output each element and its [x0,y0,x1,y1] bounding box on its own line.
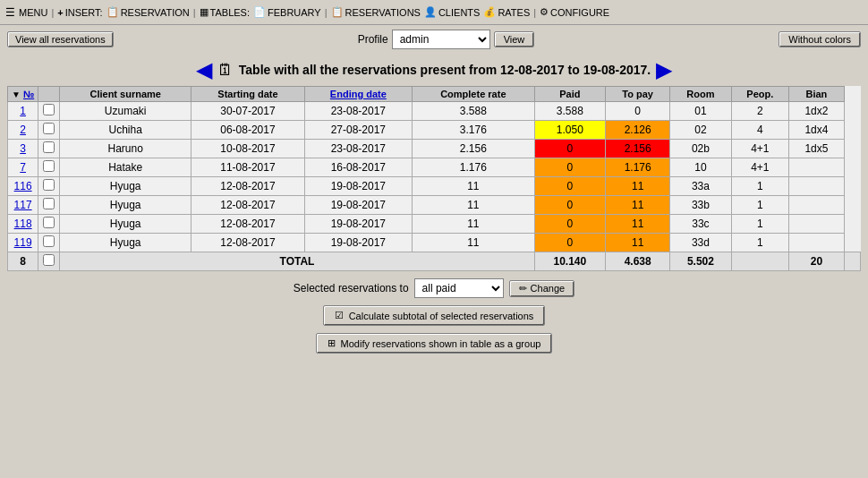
cell-start: 12-08-2017 [191,177,305,196]
table-row: 7 Hatake 11-08-2017 16-08-2017 1.176 0 1… [8,158,861,177]
menu-item-configure[interactable]: ⚙ CONFIGURE [540,6,609,18]
row-checkbox[interactable] [43,160,55,172]
row-checkbox[interactable] [43,179,55,191]
menu-sep-2: | [193,7,196,18]
row-checkbox[interactable] [43,235,55,247]
cell-check [38,140,60,158]
cell-rate: 11 [412,215,534,234]
reservation-icon: 📋 [106,6,119,18]
cell-check [38,102,60,121]
row-id-link[interactable]: 3 [20,142,26,155]
total-bian [844,252,860,271]
cell-id: 2 [8,121,38,140]
row-checkbox[interactable] [43,123,55,134]
cell-people: 4+1 [731,140,789,158]
prev-arrow-icon[interactable]: ◀ [196,59,212,81]
pencil-icon: ✏ [519,283,527,294]
select-reservations-row: Selected reservations to all paid partia… [294,278,574,298]
cell-end: 27-08-2017 [304,121,412,140]
table-row: 118 Hyuga 12-08-2017 19-08-2017 11 0 11 … [8,215,861,234]
reservation-status-select[interactable]: all paid partially paid not paid [414,278,504,298]
cell-people: 1 [731,234,789,252]
cell-rate: 3.588 [412,102,534,121]
cell-end: 19-08-2017 [304,215,412,234]
total-people: 20 [789,252,844,271]
cell-room: 02b [670,140,731,158]
cell-id: 116 [8,177,38,196]
cell-end: 23-08-2017 [304,140,412,158]
cell-topay: 11 [605,177,669,196]
row-id-link[interactable]: 7 [20,161,26,174]
row-checkbox[interactable] [43,141,55,153]
cell-surname: Uchiha [60,121,191,140]
total-check [38,252,60,271]
cell-start: 12-08-2017 [191,196,305,215]
cell-people: 4+1 [731,158,789,177]
table-container: ▼ № Client surname Starting date Ending … [0,86,868,271]
row-checkbox[interactable] [43,217,55,228]
row-id-link[interactable]: 117 [14,199,32,211]
cell-rate: 11 [412,196,534,215]
cell-room: 10 [670,158,731,177]
without-colors-button[interactable]: Without colors [779,31,861,47]
menu-icon: ☰ [5,6,15,19]
menu-item-february[interactable]: 📄 FEBRUARY [253,6,321,18]
row-id-link[interactable]: 116 [14,180,32,192]
cell-surname: Hatake [60,158,191,177]
grid-icon: ⊞ [328,337,336,349]
cell-end: 19-08-2017 [304,234,412,252]
view-button[interactable]: View [494,31,535,47]
clients-label: CLIENTS [438,7,480,18]
row-id-link[interactable]: 118 [14,218,32,230]
change-button[interactable]: ✏ Change [509,280,575,297]
cell-people: 1 [731,177,789,196]
menu-item-reservation[interactable]: 📋 RESERVATION [106,6,190,18]
col-header-surname: Client surname [60,87,191,102]
tables-icon: ▦ [200,6,208,18]
cell-bian: 1dx5 [789,140,844,158]
view-all-button[interactable]: View all reservations [7,31,114,47]
table-row: 3 Haruno 10-08-2017 23-08-2017 2.156 0 2… [8,140,861,158]
cell-topay: 1.176 [605,158,669,177]
col-num-link[interactable]: № [23,89,34,99]
cell-start: 11-08-2017 [191,158,305,177]
profile-select[interactable]: admin [392,30,490,49]
cell-surname: Hyuga [60,234,191,252]
cell-surname: Hyuga [60,215,191,234]
modify-group-button[interactable]: ⊞ Modify reservations shown in table as … [316,333,553,354]
configure-icon: ⚙ [540,6,549,18]
cell-id: 7 [8,158,38,177]
row-id-link[interactable]: 1 [20,105,26,117]
cell-rate: 1.176 [412,158,534,177]
cell-end: 16-08-2017 [304,158,412,177]
table-row: 117 Hyuga 12-08-2017 19-08-2017 11 0 11 … [8,196,861,215]
cell-bian: 1dx2 [789,102,844,121]
menu-item-reservations[interactable]: 📋 RESERVATIONS [331,6,421,18]
menu-item-rates[interactable]: 💰 RATES [483,6,530,18]
menu-item-tables[interactable]: ▦ TABLES: [200,6,250,18]
cell-id: 119 [8,234,38,252]
menu-item-menu[interactable]: MENU [19,7,47,18]
cell-start: 12-08-2017 [191,234,305,252]
menu-item-clients[interactable]: 👤 CLIENTS [424,6,480,18]
cell-surname: Hyuga [60,196,191,215]
row-checkbox[interactable] [43,104,55,115]
total-checkbox[interactable] [43,254,55,266]
menu-item-insert[interactable]: + INSERT: [57,7,102,18]
total-topay: 5.502 [670,252,731,271]
row-checkbox[interactable] [43,198,55,209]
ending-date-link[interactable]: Ending date [330,89,387,99]
calculate-subtotal-button[interactable]: ☑ Calculate subtotal of selected reserva… [323,305,546,326]
cell-start: 12-08-2017 [191,215,305,234]
page-title: Table with all the reservations present … [239,63,651,77]
row-id-link[interactable]: 2 [20,124,26,136]
cell-bian [789,196,844,215]
next-arrow-icon[interactable]: ▶ [656,59,672,81]
cell-start: 30-07-2017 [191,102,305,121]
cell-id: 3 [8,140,38,158]
cell-paid: 0 [534,215,605,234]
cell-rate: 2.156 [412,140,534,158]
cell-topay: 0 [605,102,669,121]
row-id-link[interactable]: 119 [14,236,32,249]
total-room [731,252,789,271]
